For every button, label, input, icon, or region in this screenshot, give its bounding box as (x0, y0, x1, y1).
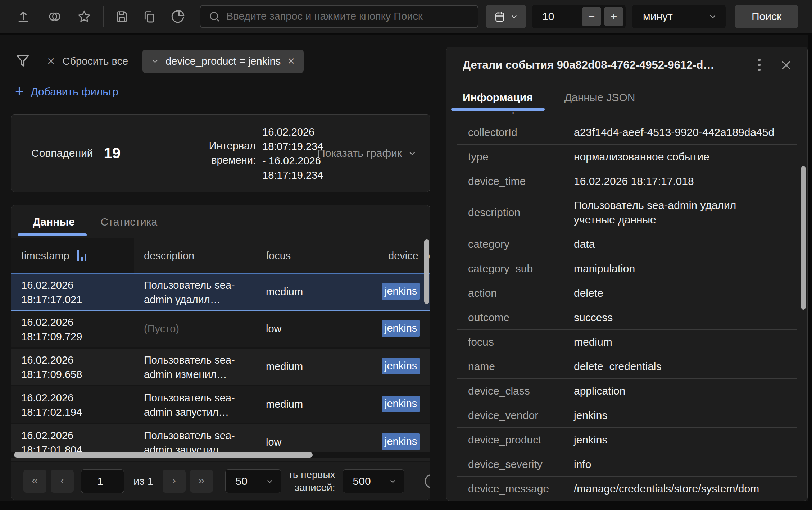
detail-row: outcomesuccess (457, 305, 797, 330)
table-row[interactable]: 16.02.2026 18:17:09.658 Пользователь sea… (11, 349, 430, 386)
star-icon[interactable] (77, 9, 92, 24)
details-scrollbar-thumb[interactable] (801, 166, 806, 310)
close-icon[interactable] (780, 59, 792, 71)
page-size-select[interactable]: 50 (225, 469, 281, 493)
details-tabs: Информация Данные JSON (446, 83, 807, 112)
pagination-bar: « ‹ из 1 › » 50 ть первых записей: 500 (11, 463, 430, 500)
vertical-scrollbar-thumb[interactable] (424, 239, 429, 304)
cell-description: Пользователь sea-admin запустил… (134, 386, 256, 423)
detail-row: device_classapplication (457, 379, 797, 403)
prev-page-button[interactable]: ‹ (51, 470, 74, 493)
field-value: нормализованное событие (574, 145, 790, 169)
device-product-highlight: jenkins (382, 358, 420, 374)
interval-value[interactable]: 10 (542, 10, 582, 23)
horizontal-scrollbar[interactable] (11, 452, 430, 458)
tab-json-data[interactable]: Данные JSON (564, 91, 635, 104)
table-header: timestamp description focus device_produ… (11, 238, 430, 273)
detail-row: descriptionПользователь sea-admin удалил… (457, 193, 797, 232)
decrement-button[interactable]: − (582, 7, 601, 26)
show-chart-toggle[interactable]: Показать график (317, 147, 417, 159)
copy-icon[interactable] (142, 9, 156, 24)
device-product-highlight: jenkins (382, 433, 420, 450)
cell-timestamp: 16.02.2026 18:17:09.729 (11, 311, 134, 347)
cell-device-product: jenkins (378, 274, 430, 310)
reset-all-filters[interactable]: ✕ Сбросить все (47, 55, 128, 67)
detail-row: collectorIda23f14d4-aeef-4513-9920-442a1… (457, 120, 797, 145)
column-header-timestamp[interactable]: timestamp (11, 238, 134, 273)
pie-chart-icon[interactable] (170, 9, 185, 24)
filter-chip-device-product[interactable]: device_product = jenkins ✕ (142, 50, 304, 73)
detail-row: category_submanipulation (457, 256, 797, 281)
last-page-button[interactable]: » (190, 470, 213, 493)
results-tabs: Данные Статистика (11, 205, 430, 238)
table-row[interactable]: 16.02.2026 18:17:17.021 Пользователь sea… (11, 273, 430, 311)
upload-icon[interactable] (16, 9, 31, 24)
field-value: info (574, 452, 790, 476)
detail-row: device_time16.02.2026 18:17:17.018 (457, 169, 797, 193)
tab-information[interactable]: Информация (463, 91, 533, 104)
matches-count: 19 (104, 145, 121, 162)
cell-device-product: jenkins (378, 386, 430, 423)
save-icon[interactable] (115, 9, 129, 24)
table-row[interactable]: 16.02.2026 18:17:02.194 Пользователь sea… (11, 386, 430, 424)
column-header-device-product[interactable]: device_product (378, 238, 430, 273)
summary-card: Совпадений 19 Интервал времени: 16.02.20… (11, 114, 430, 192)
chevron-down-icon (151, 57, 159, 65)
field-key: device_vendor (468, 409, 574, 422)
search-button[interactable]: Поиск (735, 5, 798, 28)
interval-unit-select[interactable]: минут (632, 5, 726, 28)
filter-funnel-icon[interactable] (14, 53, 31, 69)
cell-timestamp: 16.02.2026 18:17:02.194 (11, 386, 134, 423)
chevron-down-icon (510, 13, 518, 21)
field-key: device_severity (468, 458, 574, 470)
cell-timestamp: 16.02.2026 18:17:17.021 (11, 274, 134, 310)
add-filter-link[interactable]: + Добавить фильтр (15, 85, 118, 98)
tab-data[interactable]: Данные (33, 216, 75, 228)
matches-label: Совпадений (31, 147, 93, 159)
field-key: device_time (468, 175, 574, 187)
table-body: 16.02.2026 18:17:17.021 Пользователь sea… (11, 273, 430, 464)
records-limit-select[interactable]: 500 (343, 469, 404, 493)
increment-button[interactable]: + (604, 7, 623, 26)
filter-bar: ✕ Сбросить все device_product = jenkins … (14, 49, 304, 73)
remove-filter-icon[interactable]: ✕ (287, 56, 295, 67)
event-details-panel: Детали события 90a82d08-4762-4952-9612-d… (446, 47, 808, 501)
field-value: delete_credentials (574, 355, 790, 378)
detail-row: device_productjenkins (457, 428, 797, 452)
interval-label: Интервал времени: (184, 138, 256, 167)
chevron-down-icon (708, 12, 717, 21)
cell-timestamp: 16.02.2026 18:17:09.658 (11, 349, 134, 385)
sort-icon[interactable] (77, 250, 86, 261)
detail-row: actiondelete (457, 281, 797, 305)
field-key: description (468, 206, 574, 219)
field-value: manipulation (574, 257, 790, 281)
field-value: jenkins (574, 428, 790, 452)
plus-icon: + (15, 84, 23, 98)
first-page-button[interactable]: « (23, 470, 46, 493)
interval-stepper: 10 − + (532, 5, 626, 28)
field-value: Пользователь sea-admin удалил учетные да… (574, 193, 775, 232)
cell-focus: medium (256, 386, 378, 423)
page-size-value: 50 (236, 475, 266, 487)
matches-block: Совпадений 19 (31, 115, 121, 192)
table-row[interactable]: 16.02.2026 18:17:09.729 (Пусто) low jenk… (11, 311, 430, 349)
intersect-circles-icon[interactable] (47, 9, 62, 24)
field-key: name (468, 360, 574, 373)
field-value: 16.02.2026 18:17:17.021 (574, 112, 790, 120)
query-searchbox (200, 5, 478, 28)
details-header: Детали события 90a82d08-4762-4952-9612-d… (446, 47, 807, 83)
field-key: type (468, 151, 574, 163)
search-input[interactable] (226, 10, 471, 22)
tab-statistics[interactable]: Статистика (101, 216, 158, 228)
next-page-button[interactable]: › (163, 470, 186, 493)
field-value: data (574, 232, 790, 256)
page-number-input[interactable] (81, 469, 124, 493)
field-key: device_class (468, 385, 574, 397)
calendar-button[interactable] (486, 5, 526, 28)
column-header-description[interactable]: description (134, 238, 256, 273)
horizontal-scrollbar-thumb[interactable] (14, 452, 313, 458)
device-product-highlight: jenkins (382, 320, 420, 337)
detail-row: categorydata (457, 232, 797, 256)
column-header-focus[interactable]: focus (256, 238, 378, 273)
kebab-menu-icon[interactable] (754, 56, 764, 73)
